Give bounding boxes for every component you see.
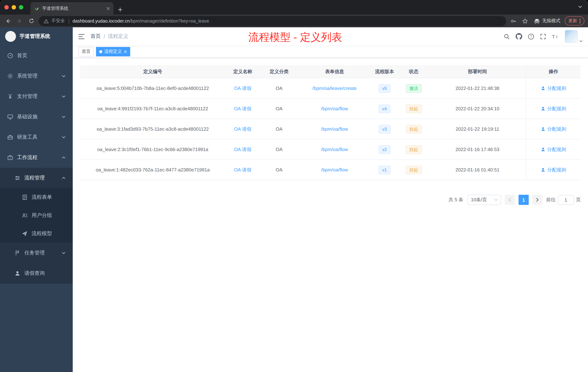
forward-button[interactable] <box>15 17 24 25</box>
window-close-button[interactable] <box>4 5 9 10</box>
sidebar-item-dev-tools[interactable]: 研发工具 <box>0 127 73 147</box>
column-header-time: 部署时间 <box>429 65 526 78</box>
github-icon[interactable] <box>516 33 522 40</box>
back-button[interactable] <box>4 17 12 25</box>
kebab-menu-icon[interactable] <box>579 18 581 23</box>
assign-rule-link[interactable]: 分配规则 <box>541 105 566 112</box>
browser-tab[interactable]: 芋道管理系统 <box>31 2 114 15</box>
tag-home[interactable]: 首页 <box>79 47 94 56</box>
window-controls <box>4 5 23 10</box>
cell-definition-id: oa_leave:5:004b710b-7b8a-11ec-8ef0-acde4… <box>80 78 225 98</box>
cell-deploy-time: 2022-01-16 01:40:51 <box>429 160 526 180</box>
security-label[interactable]: 不安全 <box>51 18 65 24</box>
form-info-link[interactable]: /bpm/oa/leave/create <box>313 86 357 91</box>
incognito-label: 无痕模式 <box>542 18 560 24</box>
sidebar-item-label: 用户分组 <box>32 212 52 219</box>
sidebar-item-infrastructure[interactable]: 基础设施 <box>0 107 73 127</box>
tag-label: 流程定义 <box>104 48 122 55</box>
warning-triangle-icon[interactable] <box>44 19 49 23</box>
form-info-link[interactable]: /bpm/oa/flow <box>321 126 348 132</box>
cell-deploy-time: 2022-01-22 21:48:38 <box>429 78 526 98</box>
chevron-up-icon <box>62 177 65 179</box>
incognito-badge: 无痕模式 <box>534 18 560 24</box>
assign-rule-link[interactable]: 分配规则 <box>541 85 566 92</box>
sidebar-item-home[interactable]: 首页 <box>0 45 73 66</box>
tag-process-definition[interactable]: 流程定义 <box>96 47 130 56</box>
tab-search-chevron-icon[interactable] <box>578 5 582 8</box>
sidebar-item-payment[interactable]: 支付管理 <box>0 86 73 107</box>
new-tab-button[interactable] <box>118 7 123 12</box>
avatar[interactable] <box>565 30 578 43</box>
sidebar-item-label: 基础设施 <box>17 114 37 120</box>
sidebar-item-process-model[interactable]: 流程模型 <box>0 225 73 243</box>
version-badge[interactable]: v4 <box>378 104 390 113</box>
navbar-actions: ? TT <box>504 30 583 43</box>
goto-page-input[interactable]: 1 <box>558 195 574 205</box>
page-size-value: 10条/页 <box>471 197 487 203</box>
bookmark-star-icon[interactable] <box>521 17 529 25</box>
update-label: 更新 <box>568 18 577 24</box>
status-badge: 挂起 <box>406 125 422 133</box>
pagination: 共 5 条 10条/页 1 前往 <box>80 195 581 205</box>
sidebar-item-process-management[interactable]: 流程管理 <box>0 168 73 188</box>
search-icon[interactable] <box>504 33 510 40</box>
status-badge: 挂起 <box>406 165 422 174</box>
font-size-icon[interactable]: TT <box>552 34 559 39</box>
definition-name-link[interactable]: OA 请假 <box>234 85 251 92</box>
assign-rule-link[interactable]: 分配规则 <box>541 126 566 132</box>
sidebar-item-process-form[interactable]: 流程表单 <box>0 188 73 206</box>
reload-button[interactable] <box>27 17 36 25</box>
version-badge[interactable]: v2 <box>378 145 390 154</box>
breadcrumb-home[interactable]: 首页 <box>91 33 101 40</box>
window-minimize-button[interactable] <box>12 5 16 10</box>
operation-icon <box>15 175 20 181</box>
form-info-link[interactable]: /bpm/oa/flow <box>321 147 348 152</box>
gear-icon <box>7 73 13 79</box>
tag-close-icon[interactable] <box>124 50 127 53</box>
pagination-next-button[interactable] <box>532 195 543 205</box>
status-badge: 激活 <box>406 84 422 93</box>
logo-title: 芋道管理系统 <box>20 33 50 40</box>
assign-rule-link[interactable]: 分配规则 <box>541 146 566 153</box>
password-key-icon[interactable] <box>509 17 518 25</box>
assign-rule-link[interactable]: 分配规则 <box>541 166 566 173</box>
assign-rule-label: 分配规则 <box>547 105 566 112</box>
cell-deploy-time: 2022-01-22 19:19:11 <box>429 119 526 139</box>
sidebar-item-leave-query[interactable]: 请假查询 <box>0 263 73 284</box>
svg-text:T: T <box>552 34 555 39</box>
page-size-select[interactable]: 10条/页 <box>468 195 501 205</box>
help-icon[interactable]: ? <box>528 33 534 40</box>
page-content: 定义编号 定义名称 定义分类 表单信息 流程版本 状态 部署时间 操作 oa_l… <box>73 58 588 372</box>
form-info-link[interactable]: /bpm/oa/flow <box>321 106 348 111</box>
hamburger-icon[interactable] <box>78 34 85 39</box>
url-bar[interactable]: 不安全 dashboard.yudao.iocoder.cn/bpm/manag… <box>39 16 506 26</box>
version-badge[interactable]: v5 <box>378 84 390 93</box>
definition-name-link[interactable]: OA 请假 <box>234 166 251 173</box>
form-info-link[interactable]: /bpm/oa/flow <box>321 167 348 173</box>
users-icon <box>22 213 28 219</box>
definition-name-link[interactable]: OA 请假 <box>234 126 251 132</box>
url-text[interactable]: dashboard.yudao.iocoder.cn/bpm/manager/d… <box>73 18 209 23</box>
pagination-prev-button[interactable] <box>505 195 515 205</box>
sidebar-item-user-group[interactable]: 用户分组 <box>0 206 73 225</box>
tab-close-icon[interactable] <box>106 7 110 10</box>
cell-category: OA <box>260 99 298 119</box>
sidebar-item-label: 系统管理 <box>17 73 37 79</box>
logo-image <box>5 31 16 42</box>
sidebar-item-workflow[interactable]: 工作流程 <box>0 147 73 168</box>
version-badge[interactable]: v3 <box>378 125 390 133</box>
user-menu[interactable] <box>565 30 583 43</box>
sidebar-item-system[interactable]: 系统管理 <box>0 66 73 86</box>
definition-name-link[interactable]: OA 请假 <box>234 146 251 153</box>
fullscreen-icon[interactable] <box>540 33 546 40</box>
definition-name-link[interactable]: OA 请假 <box>234 105 251 112</box>
sidebar-item-label: 请假查询 <box>24 270 45 277</box>
sidebar-item-label: 支付管理 <box>17 93 37 100</box>
version-badge[interactable]: v1 <box>378 165 390 174</box>
browser-update-button[interactable]: 更新 <box>565 16 584 25</box>
sidebar-item-task-management[interactable]: 任务管理 <box>0 243 73 263</box>
window-zoom-button[interactable] <box>19 5 23 10</box>
pagination-page-1[interactable]: 1 <box>519 195 529 205</box>
url-host: dashboard.yudao.iocoder.cn <box>73 18 130 23</box>
select-caret-icon <box>494 199 498 201</box>
